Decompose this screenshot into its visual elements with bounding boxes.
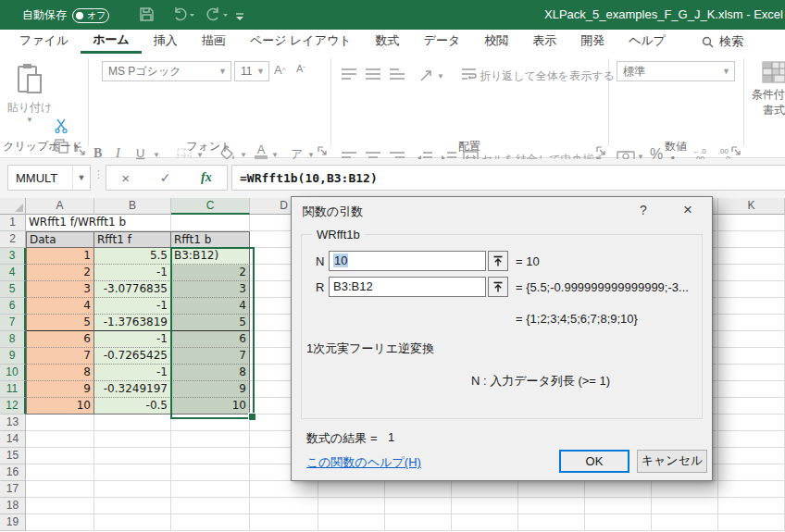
cell-H19[interactable] xyxy=(518,514,585,531)
cell-A8[interactable]: 6 xyxy=(26,331,94,348)
autosave-switch[interactable]: オフ xyxy=(72,8,109,23)
cell-C1[interactable] xyxy=(171,215,250,231)
row-header-1[interactable]: 1 xyxy=(0,215,26,231)
number-dialog-launcher-icon[interactable] xyxy=(731,142,741,152)
cut-icon[interactable] xyxy=(54,118,69,133)
font-size-combo[interactable]: 11▼ xyxy=(234,61,269,81)
wrap-text-label[interactable]: 折り返して全体を表示する xyxy=(480,68,615,84)
cell-H17[interactable] xyxy=(518,481,585,498)
cell-A18[interactable] xyxy=(26,498,94,514)
cell-J19[interactable] xyxy=(652,514,718,531)
cancel-formula-icon[interactable]: × xyxy=(121,170,130,186)
dialog-close-icon[interactable]: × xyxy=(677,201,699,219)
cell-C2[interactable]: Rfft1 b xyxy=(171,231,250,248)
cell-B16[interactable] xyxy=(94,464,171,481)
cell-K2[interactable] xyxy=(718,231,785,248)
cell-B9[interactable]: -0.7265425 xyxy=(94,348,171,365)
align-middle-icon[interactable] xyxy=(365,68,381,81)
row-header-7[interactable]: 7 xyxy=(0,315,26,331)
cell-I19[interactable] xyxy=(585,514,652,531)
conditional-formatting-button[interactable]: 条件付き 書式 xyxy=(746,61,785,118)
clipboard-dialog-launcher-icon[interactable] xyxy=(76,142,85,152)
redo-icon[interactable] xyxy=(206,6,228,26)
paste-button[interactable]: 貼り付け ▼ xyxy=(6,63,54,124)
cell-C5[interactable]: 3 xyxy=(171,281,250,298)
row-header-14[interactable]: 14 xyxy=(0,431,26,448)
cell-C10[interactable]: 8 xyxy=(171,365,250,381)
tab-8[interactable]: 校閲 xyxy=(472,30,520,54)
cell-C6[interactable]: 4 xyxy=(171,298,250,315)
cell-B2[interactable]: Rfft1 f xyxy=(94,231,171,248)
name-box[interactable]: MMULT ▼ xyxy=(7,165,91,191)
paste-dropdown-icon[interactable]: ▼ xyxy=(6,116,54,124)
wrap-text-icon[interactable] xyxy=(461,68,477,81)
cell-B19[interactable] xyxy=(94,514,171,531)
cell-I17[interactable] xyxy=(585,481,652,498)
cell-D17[interactable] xyxy=(250,481,318,498)
tab-2[interactable]: ホーム xyxy=(81,30,142,54)
cell-B7[interactable]: -1.3763819 xyxy=(94,315,171,331)
cell-B4[interactable]: -1 xyxy=(94,265,171,281)
cell-K10[interactable] xyxy=(718,365,785,381)
dialog-help-button[interactable]: ? xyxy=(634,203,653,217)
row-header-5[interactable]: 5 xyxy=(0,281,26,298)
row-header-12[interactable]: 12 xyxy=(0,398,26,414)
cell-F19[interactable] xyxy=(385,514,452,531)
cell-K16[interactable] xyxy=(718,464,785,481)
cell-A14[interactable] xyxy=(26,431,94,448)
column-header-B[interactable]: B xyxy=(94,198,171,215)
row-header-19[interactable]: 19 xyxy=(0,514,26,531)
function-help-link[interactable]: この関数のヘルプ(H) xyxy=(306,454,421,471)
cell-F18[interactable] xyxy=(385,498,452,514)
cell-B17[interactable] xyxy=(94,481,171,498)
save-icon[interactable] xyxy=(139,6,155,26)
align-top-icon[interactable] xyxy=(341,68,357,81)
cell-K4[interactable] xyxy=(718,265,785,281)
formula-bar-grip[interactable]: ⋮ xyxy=(93,168,104,180)
undo-icon[interactable] xyxy=(172,6,194,26)
cell-B12[interactable]: -0.5 xyxy=(94,398,171,414)
select-all-corner[interactable] xyxy=(0,198,26,215)
cell-F17[interactable] xyxy=(385,481,452,498)
cell-G19[interactable] xyxy=(452,514,518,531)
orientation-dropdown-icon[interactable]: ▼ xyxy=(437,72,444,80)
cell-G17[interactable] xyxy=(452,481,518,498)
tab-10[interactable]: 開発 xyxy=(568,30,617,54)
row-header-13[interactable]: 13 xyxy=(0,414,26,431)
quick-access-menu-icon[interactable] xyxy=(235,9,244,26)
column-header-C[interactable]: C xyxy=(171,198,250,215)
tab-11[interactable]: ヘルプ xyxy=(617,30,678,54)
cell-C3[interactable]: B3:B12) xyxy=(171,248,250,265)
cell-H18[interactable] xyxy=(518,498,585,514)
cell-D19[interactable] xyxy=(250,514,318,531)
name-box-dropdown-icon[interactable]: ▼ xyxy=(72,166,90,190)
cell-K5[interactable] xyxy=(718,281,785,298)
cell-A2[interactable]: Data xyxy=(26,231,94,248)
cell-E17[interactable] xyxy=(318,481,385,498)
collapse-dialog-button[interactable] xyxy=(488,251,508,271)
cell-K3[interactable] xyxy=(718,248,785,265)
cell-B14[interactable] xyxy=(94,431,171,448)
cell-K7[interactable] xyxy=(718,315,785,331)
number-format-combo[interactable]: 標準▼ xyxy=(617,61,735,81)
row-header-15[interactable]: 15 xyxy=(0,448,26,464)
tab-1[interactable]: ファイル xyxy=(7,30,81,54)
cell-K13[interactable] xyxy=(718,414,785,431)
tab-6[interactable]: 数式 xyxy=(364,30,412,54)
cell-J18[interactable] xyxy=(652,498,718,514)
cell-A3[interactable]: 1 xyxy=(26,248,94,265)
cell-B3[interactable]: 5.5 xyxy=(94,248,171,265)
align-bottom-icon[interactable] xyxy=(389,68,405,81)
cell-D18[interactable] xyxy=(250,498,318,514)
arg-r-input[interactable]: B3:B12 xyxy=(329,277,486,297)
formula-input[interactable]: =WRfft1b(10,B3:B12) xyxy=(231,165,785,191)
cell-A12[interactable]: 10 xyxy=(26,398,94,414)
tab-4[interactable]: 描画 xyxy=(190,30,238,54)
row-header-6[interactable]: 6 xyxy=(0,298,26,315)
cell-K8[interactable] xyxy=(718,331,785,348)
cell-K18[interactable] xyxy=(718,498,785,514)
cell-G18[interactable] xyxy=(452,498,518,514)
column-header-K[interactable]: K xyxy=(718,198,785,215)
tab-5[interactable]: ページ レイアウト xyxy=(238,30,364,54)
cell-C13[interactable] xyxy=(171,414,250,431)
